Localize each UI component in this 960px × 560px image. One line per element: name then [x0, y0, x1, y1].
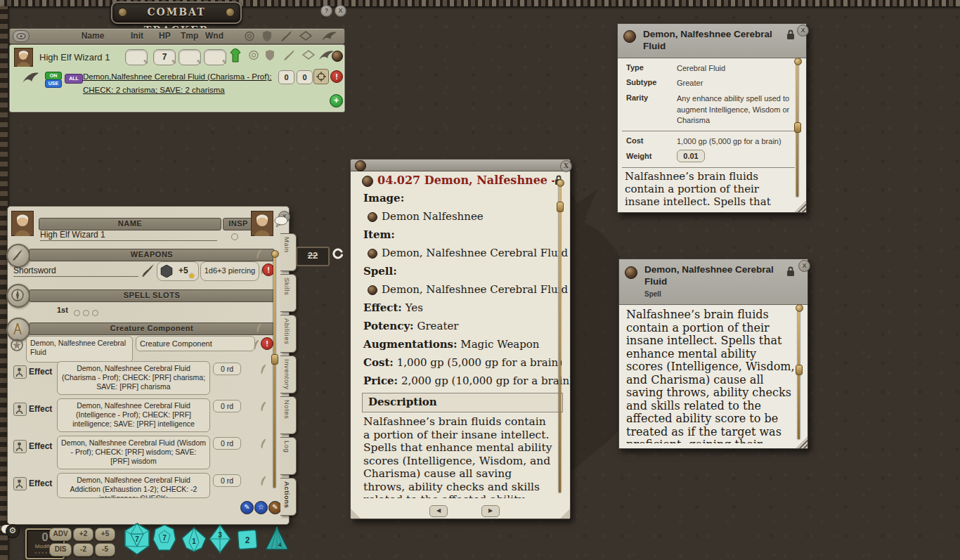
effect-text-field[interactable]: Demon, Nalfeshnee Cerebral Fluid (Charis…: [57, 361, 210, 395]
plus2-button[interactable]: +2: [73, 528, 93, 541]
quill-edit-icon[interactable]: [259, 438, 267, 449]
window-orb-icon[interactable]: [623, 30, 636, 43]
effect-bird-icon[interactable]: [21, 70, 39, 84]
lock-icon[interactable]: [786, 30, 795, 40]
spell-slots-section-icon[interactable]: [6, 284, 30, 308]
combatant-row[interactable]: High Elf Wizard 1 ✎ 7 ✎ ✎ ✎: [9, 44, 345, 112]
close-button[interactable]: X: [335, 5, 346, 17]
scrollbar-knob[interactable]: [796, 365, 803, 375]
sheet-scrollbar[interactable]: [273, 256, 275, 488]
tab-abilities[interactable]: Abilities: [280, 315, 297, 353]
d4-die[interactable]: 4: [264, 526, 290, 552]
character-name-field[interactable]: High Elf Wizard 1: [40, 230, 217, 241]
character-portrait[interactable]: [251, 211, 273, 236]
target-icon[interactable]: [247, 50, 260, 60]
component-alert-button[interactable]: !: [261, 337, 273, 350]
scrollbar-knob[interactable]: [794, 122, 801, 133]
help-button[interactable]: ?: [320, 5, 332, 17]
d8-die[interactable]: 3: [208, 524, 232, 554]
add-effect-button[interactable]: +: [330, 94, 343, 108]
attack-roll-button[interactable]: +5 ★: [157, 261, 199, 281]
favorite-star-button[interactable]: ☆: [254, 501, 268, 514]
d6-die[interactable]: 2: [236, 528, 259, 551]
damage-roll-button[interactable]: 1d6+3 piercing: [200, 261, 259, 281]
armor-icon[interactable]: [230, 48, 241, 63]
prev-page-button[interactable]: ◀: [429, 505, 448, 517]
effect-target-button[interactable]: [313, 69, 329, 84]
weapon-name-field[interactable]: Shortsword: [13, 266, 138, 277]
shield-icon[interactable]: [264, 49, 275, 61]
window-orb-icon[interactable]: [355, 160, 366, 171]
faction-orb-icon[interactable]: [332, 51, 343, 62]
reference-orb-icon[interactable]: [362, 176, 373, 187]
diamond-icon[interactable]: [302, 50, 315, 60]
scrollbar-knob[interactable]: [271, 354, 278, 365]
d20-die[interactable]: 7: [124, 523, 150, 555]
effect-duration-field[interactable]: 0 rd: [213, 474, 241, 487]
effect-alert-button[interactable]: !: [330, 70, 343, 83]
scrollbar-knob[interactable]: [557, 202, 564, 212]
effect-duration-field[interactable]: 0 rd: [213, 400, 241, 412]
spell-link[interactable]: Demon, Nalfeshnee Cerebral Fluid: [382, 283, 568, 296]
d10-die[interactable]: 1: [181, 527, 207, 552]
chat-bubble-icon[interactable]: [274, 216, 288, 227]
plus5-button[interactable]: +5: [95, 528, 115, 541]
lock-icon[interactable]: [786, 266, 795, 277]
effect-person-button[interactable]: [13, 365, 27, 379]
effect-text-field[interactable]: Demon, Nalfeshnee Cerebral Fluid (Wisdom…: [57, 436, 210, 469]
quill-edit-icon[interactable]: [252, 339, 260, 350]
window-orb-icon[interactable]: [625, 266, 637, 279]
quill-edit-icon[interactable]: [259, 401, 267, 412]
character-portrait[interactable]: [14, 48, 33, 67]
attack-sword-icon[interactable]: [140, 263, 155, 278]
effect-person-button[interactable]: [13, 403, 27, 416]
dis-button[interactable]: DIS: [49, 543, 72, 556]
adv-button[interactable]: ADV: [49, 528, 72, 541]
quill-edit-icon[interactable]: [259, 476, 267, 486]
settings-gear-button[interactable]: ⚙: [6, 524, 20, 538]
tab-actions[interactable]: Actions: [280, 478, 297, 516]
quill-edit-icon[interactable]: [255, 323, 263, 333]
component-name-field[interactable]: Demon, Nalfeshnee Cerebral Fluid: [26, 336, 133, 363]
character-portrait[interactable]: [11, 211, 34, 236]
item-window-titlebar[interactable]: Demon, Nalfeshnee Cerebral Fluid: [618, 24, 806, 58]
effect-text-field[interactable]: Demon, Nalfeshnee Cerebral Fluid (Intell…: [57, 398, 210, 432]
minus5-button[interactable]: -5: [95, 543, 115, 556]
effect-counter2[interactable]: 0: [297, 70, 313, 84]
component-type-field[interactable]: Creature Component: [136, 336, 255, 351]
close-button[interactable]: X: [797, 25, 809, 37]
counter-widget-field[interactable]: 22: [296, 247, 330, 266]
close-button[interactable]: X: [798, 260, 810, 272]
effect-all-badge[interactable]: ALL: [65, 74, 83, 84]
tab-log[interactable]: Log: [280, 437, 297, 475]
combat-tracker-titlebar[interactable]: COMBAT TRACKER: [111, 1, 242, 24]
d12-die[interactable]: 7: [153, 524, 176, 552]
minus2-button[interactable]: -2: [73, 543, 93, 556]
link-orb-icon[interactable]: [368, 285, 377, 295]
effect-duration-field[interactable]: 0 rd: [213, 363, 241, 375]
edit-mode-button[interactable]: ✎: [240, 501, 254, 514]
link-orb-icon[interactable]: [368, 249, 377, 259]
effect-use-badge[interactable]: USE: [45, 79, 62, 88]
combatant-name[interactable]: High Elf Wizard 1: [39, 52, 110, 63]
effect-text-field[interactable]: Demon, Nalfeshnee Cerebral Fluid Addicti…: [57, 473, 210, 498]
visibility-toggle-button[interactable]: [13, 30, 30, 42]
quill-edit-icon[interactable]: [259, 364, 267, 375]
inspiration-pip[interactable]: [231, 233, 238, 240]
close-button[interactable]: X: [560, 160, 572, 172]
effect-counter1[interactable]: 0: [278, 70, 294, 84]
effect-duration-field[interactable]: 0 rd: [213, 437, 241, 450]
refresh-button[interactable]: [330, 246, 346, 261]
component-star-icon[interactable]: [11, 339, 23, 351]
image-link[interactable]: Demon Nalfeshnee: [382, 210, 484, 223]
reference-scrollbar[interactable]: [559, 185, 561, 493]
link-orb-icon[interactable]: [368, 212, 377, 222]
tab-main[interactable]: Main: [280, 233, 297, 271]
effect-text-field[interactable]: Demon,Nalfeshnee Cerebral Fluid (Charism…: [83, 70, 285, 97]
resize-handle[interactable]: [795, 201, 806, 212]
spell-window-titlebar[interactable]: Demon, Nalfeshnee Cerebral Fluid Spell: [619, 259, 807, 305]
tab-notes[interactable]: Notes: [280, 396, 297, 434]
spell-slot-pips[interactable]: [74, 306, 101, 319]
quill-edit-icon[interactable]: [255, 249, 263, 259]
effect-person-button[interactable]: [13, 477, 27, 490]
